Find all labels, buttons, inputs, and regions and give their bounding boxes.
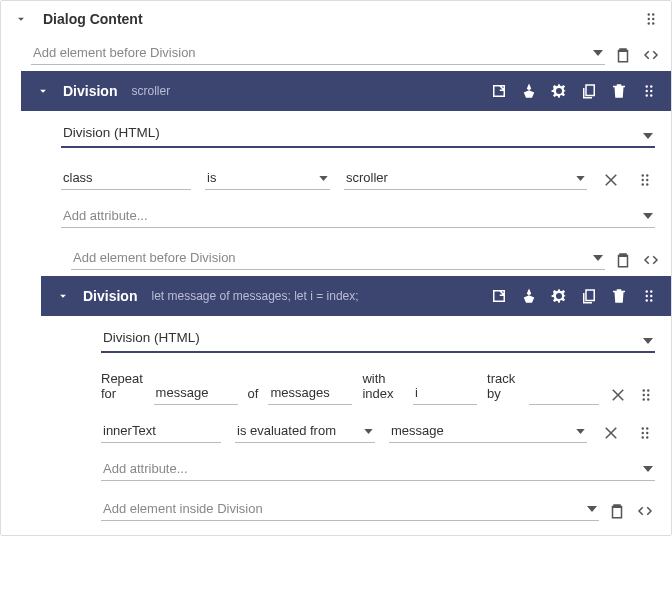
attr-value-input[interactable]: [389, 419, 587, 443]
open-in-new-icon[interactable]: [489, 81, 509, 101]
close-icon[interactable]: [601, 423, 621, 443]
gear-icon[interactable]: [549, 286, 569, 306]
attr-op-wrap: [235, 419, 375, 443]
division-block-2: Division let message of messages; let i …: [41, 276, 671, 535]
attr-op-select[interactable]: [205, 166, 330, 190]
repeat-item-input[interactable]: [154, 381, 238, 405]
svg-point-18: [646, 290, 648, 292]
division-title: Division: [83, 288, 137, 304]
add-attribute-wrap: [101, 457, 655, 481]
svg-point-7: [650, 85, 652, 87]
add-element-before-row-1: [1, 37, 671, 71]
close-icon[interactable]: [601, 170, 621, 190]
attr-value-wrap: [344, 166, 587, 190]
svg-point-19: [650, 290, 652, 292]
division-block-1: Division scroller: [21, 71, 671, 535]
svg-point-10: [646, 94, 648, 96]
code-icon[interactable]: [641, 45, 661, 65]
element-type-select[interactable]: [61, 121, 655, 148]
style-icon[interactable]: [519, 286, 539, 306]
element-type-select-wrap: [101, 326, 655, 353]
division-body-1: [21, 111, 671, 242]
with-index-label: with index: [362, 371, 403, 405]
clipboard-icon[interactable]: [613, 250, 633, 270]
clipboard-icon[interactable]: [613, 45, 633, 65]
svg-point-17: [646, 183, 648, 185]
svg-point-12: [642, 174, 644, 176]
drag-handle-icon[interactable]: [641, 9, 661, 29]
code-icon[interactable]: [635, 501, 655, 521]
add-element-inside-row: [101, 497, 655, 521]
svg-point-8: [646, 90, 648, 92]
add-element-before-input[interactable]: [31, 41, 605, 65]
of-label: of: [248, 386, 259, 405]
svg-point-2: [648, 18, 650, 20]
svg-point-24: [643, 389, 645, 391]
svg-point-21: [650, 295, 652, 297]
chevron-down-icon: [53, 286, 73, 306]
open-in-new-icon[interactable]: [489, 286, 509, 306]
svg-point-35: [646, 436, 648, 438]
style-icon[interactable]: [519, 81, 539, 101]
copy-icon[interactable]: [579, 286, 599, 306]
clipboard-icon[interactable]: [607, 501, 627, 521]
svg-point-31: [646, 427, 648, 429]
svg-point-9: [650, 90, 652, 92]
svg-point-4: [648, 22, 650, 24]
svg-point-15: [646, 179, 648, 181]
svg-point-25: [647, 389, 649, 391]
code-icon[interactable]: [641, 250, 661, 270]
element-type-select[interactable]: [101, 326, 655, 353]
drag-handle-icon[interactable]: [639, 81, 659, 101]
division-subtitle: scroller: [131, 84, 170, 98]
division-header-2[interactable]: Division let message of messages; let i …: [41, 276, 671, 316]
chevron-down-icon: [33, 81, 53, 101]
track-by-input[interactable]: [529, 381, 599, 405]
attribute-row-class: [61, 166, 655, 190]
add-attribute-input[interactable]: [61, 204, 655, 228]
repeat-list-input[interactable]: [268, 381, 352, 405]
dialog-content-header[interactable]: Dialog Content: [1, 1, 671, 37]
svg-point-6: [646, 85, 648, 87]
element-type-select-wrap: [61, 121, 655, 148]
attr-name-input[interactable]: [101, 419, 221, 443]
repeat-row: Repeat for of with index track by: [101, 371, 655, 405]
attribute-row-innertext: [101, 419, 655, 443]
root-panel: Dialog Content Division scroller: [0, 0, 672, 536]
close-icon[interactable]: [609, 385, 627, 405]
index-var-input[interactable]: [413, 381, 477, 405]
division-title: Division: [63, 83, 117, 99]
drag-handle-icon[interactable]: [639, 286, 659, 306]
gear-icon[interactable]: [549, 81, 569, 101]
svg-point-5: [652, 22, 654, 24]
trash-icon[interactable]: [609, 286, 629, 306]
add-attribute-input[interactable]: [101, 457, 655, 481]
svg-point-20: [646, 295, 648, 297]
track-by-label: track by: [487, 371, 519, 405]
svg-point-14: [642, 179, 644, 181]
attr-value-wrap: [389, 419, 587, 443]
add-element-before-input[interactable]: [71, 246, 605, 270]
attr-op-select[interactable]: [235, 419, 375, 443]
attr-name-input[interactable]: [61, 166, 191, 190]
svg-point-33: [646, 432, 648, 434]
add-element-before-row-2: [21, 242, 671, 276]
add-element-inside-input[interactable]: [101, 497, 599, 521]
attr-op-wrap: [205, 166, 330, 190]
svg-point-26: [643, 394, 645, 396]
attr-value-input[interactable]: [344, 166, 587, 190]
svg-point-23: [650, 299, 652, 301]
trash-icon[interactable]: [609, 81, 629, 101]
svg-point-29: [647, 398, 649, 400]
copy-icon[interactable]: [579, 81, 599, 101]
chevron-down-icon: [11, 9, 31, 29]
drag-handle-icon[interactable]: [635, 423, 655, 443]
add-element-field-wrap: [71, 246, 605, 270]
division-body-2: Repeat for of with index track by: [41, 316, 671, 535]
drag-handle-icon[interactable]: [637, 385, 655, 405]
drag-handle-icon[interactable]: [635, 170, 655, 190]
division-header-1[interactable]: Division scroller: [21, 71, 671, 111]
svg-point-22: [646, 299, 648, 301]
svg-point-16: [642, 183, 644, 185]
svg-point-1: [652, 13, 654, 15]
